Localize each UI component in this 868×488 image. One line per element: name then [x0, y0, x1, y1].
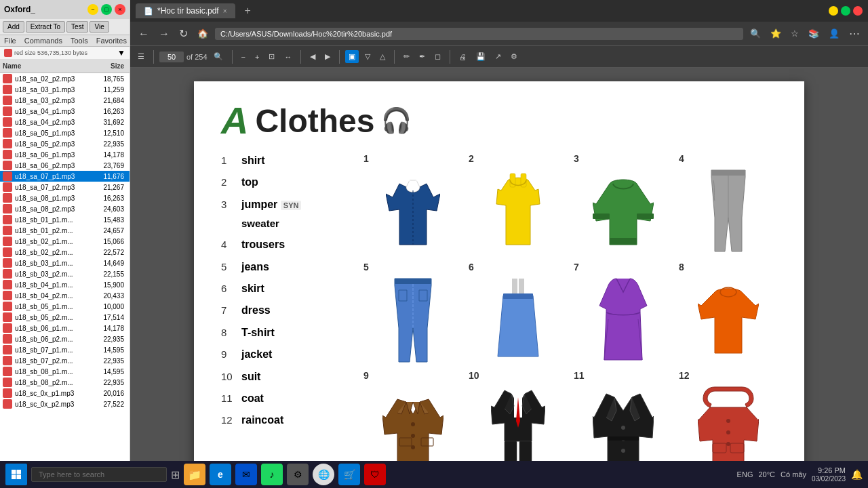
taskbar-search[interactable] — [31, 467, 167, 482]
print-button[interactable]: 🖨 — [456, 51, 470, 63]
file-list-item[interactable]: u18_sa_03_p2.mp3 21,684 — [0, 95, 130, 106]
task-view-button[interactable]: ⊞ — [171, 468, 180, 481]
file-list-item[interactable]: u18_sa_07_p1.mp3 11,676 — [0, 171, 130, 182]
menu-favorites[interactable]: Favorites — [96, 37, 127, 45]
favorites-button[interactable]: ☆ — [788, 26, 802, 41]
draw-button[interactable]: ✒ — [416, 50, 429, 63]
taskbar-app-chrome[interactable]: 🌐 — [313, 464, 334, 485]
taskbar-app-music[interactable]: ♪ — [261, 464, 283, 485]
taskbar-app-settings[interactable]: ⚙ — [287, 464, 309, 485]
next-page-button[interactable]: ▶ — [321, 50, 334, 63]
zoom-in-button[interactable]: + — [252, 51, 262, 63]
fit-page-button[interactable]: ⊡ — [265, 50, 278, 63]
file-list-item[interactable]: u18_sb_05_p2.m... 17,514 — [0, 312, 130, 323]
test-button[interactable]: Test — [66, 21, 88, 33]
taskbar-app-mail[interactable]: ✉ — [235, 464, 257, 485]
file-list-item[interactable]: u18_sa_04_p2.mp3 31,692 — [0, 117, 130, 127]
collections-button[interactable]: 📚 — [806, 26, 822, 41]
menu-commands[interactable]: Commands — [24, 37, 62, 45]
maximize-button[interactable]: □ — [101, 4, 112, 15]
file-list-item[interactable]: u18_sb_07_p2.m... 22,935 — [0, 355, 130, 366]
dropdown-icon[interactable]: ▼ — [117, 48, 125, 58]
file-list-item[interactable]: u18_sb_04_p2.m... 20,433 — [0, 290, 130, 301]
word-list-item: 8T-shirt — [221, 325, 357, 340]
address-bar[interactable] — [215, 28, 743, 40]
file-list-item[interactable]: u18_sb_07_p1.m... 14,595 — [0, 344, 130, 355]
taskbar-app-edge[interactable]: e — [210, 464, 231, 485]
file-name: u18_sb_06_p2.m... — [15, 336, 93, 343]
minimize-button[interactable]: − — [87, 4, 98, 15]
toggle-sidebar-button[interactable]: ☰ — [134, 50, 148, 63]
file-list-item[interactable]: u18_sc_0x_p1.mp3 20,016 — [0, 388, 130, 399]
file-list-item[interactable]: u18_sb_02_p2.m... 22,572 — [0, 247, 130, 258]
settings-button[interactable]: ⚙ — [507, 50, 521, 63]
pdf-tab-add[interactable]: + — [241, 5, 255, 17]
back-button[interactable]: ← — [136, 25, 152, 43]
file-list-item[interactable]: u18_sb_01_p1.m... 15,483 — [0, 214, 130, 225]
file-list-item[interactable]: u18_sb_08_p2.m... 22,935 — [0, 377, 130, 388]
word-text: jeans — [241, 260, 269, 274]
file-list-item[interactable]: u18_sb_08_p1.m... 14,595 — [0, 366, 130, 377]
file-icon — [3, 74, 12, 83]
file-list-item[interactable]: u18_sa_02_p2.mp3 18,765 — [0, 73, 130, 84]
profile-button[interactable]: 👤 — [826, 26, 842, 41]
prev-page-button[interactable]: ◀ — [307, 50, 319, 63]
file-list-item[interactable]: u18_sb_05_p1.m... 10,000 — [0, 301, 130, 312]
bookmark-button[interactable]: ⭐ — [768, 26, 784, 41]
taskbar-app-explorer[interactable]: 📁 — [184, 464, 205, 485]
menu-tools[interactable]: Tools — [71, 37, 88, 45]
add-button[interactable]: Add — [3, 21, 24, 33]
file-list-item[interactable]: u18_sa_08_p1.mp3 16,263 — [0, 192, 130, 203]
share-button[interactable]: ↗ — [492, 50, 505, 63]
filter2-button[interactable]: △ — [376, 50, 389, 63]
pdf-close-button[interactable] — [853, 6, 863, 16]
file-list-item[interactable]: u18_sa_08_p2.mp3 24,603 — [0, 203, 130, 214]
filter-button[interactable]: ▽ — [361, 50, 374, 63]
file-list-item[interactable]: u18_sb_02_p1.m... 15,066 — [0, 236, 130, 247]
home-button[interactable]: 🏠 — [195, 26, 211, 41]
pdf-tab[interactable]: 📄 *Hoc tir basic.pdf × — [136, 3, 235, 18]
close-button[interactable]: × — [115, 4, 125, 15]
file-list-item[interactable]: u18_sb_03_p1.m... 14,649 — [0, 258, 130, 268]
zoom-in-toolbar[interactable]: 🔍 — [747, 26, 764, 41]
page-number-input[interactable] — [159, 52, 184, 62]
file-list-item[interactable]: u18_sb_01_p2.m... 24,657 — [0, 225, 130, 236]
file-list-item[interactable]: u18_sa_07_p2.mp3 21,267 — [0, 182, 130, 192]
single-page-button[interactable]: ▣ — [345, 50, 359, 63]
word-number: 12 — [221, 413, 237, 427]
file-list-item[interactable]: u18_sa_06_p1.mp3 14,178 — [0, 149, 130, 160]
menu-file[interactable]: File — [4, 37, 16, 45]
view-button[interactable]: Vie — [90, 21, 108, 33]
file-list-item[interactable]: u18_sa_05_p1.mp3 12,510 — [0, 127, 130, 138]
file-list-item[interactable]: u18_sa_06_p2.mp3 23,769 — [0, 160, 130, 171]
extract-button[interactable]: Extract To — [26, 21, 65, 33]
start-button[interactable] — [5, 464, 27, 485]
file-list-item[interactable]: u18_sb_03_p2.m... 22,155 — [0, 268, 130, 279]
taskbar-app-virus[interactable]: 🛡 — [364, 464, 386, 485]
file-list-item[interactable]: u18_sb_04_p1.m... 15,900 — [0, 279, 130, 290]
pdf-maximize-button[interactable] — [841, 6, 850, 16]
zoom-out-button[interactable]: − — [238, 51, 249, 63]
file-size: 14,595 — [93, 346, 127, 354]
file-list-item[interactable]: u18_sb_06_p2.m... 22,935 — [0, 333, 130, 344]
file-name: u18_sb_08_p1.m... — [15, 368, 93, 375]
notifications-button[interactable]: 🔔 — [851, 469, 863, 480]
erase-button[interactable]: ◻ — [431, 50, 444, 63]
file-list-item[interactable]: u18_sc_0x_p2.mp3 27,522 — [0, 399, 130, 409]
file-list-item[interactable]: u18_sa_03_p1.mp3 11,259 — [0, 84, 130, 95]
highlight-button[interactable]: ✏ — [400, 50, 413, 63]
save-button[interactable]: 💾 — [473, 50, 489, 63]
file-list-item[interactable]: u18_sa_05_p2.mp3 22,935 — [0, 138, 130, 149]
file-list-item[interactable]: u18_sa_04_p1.mp3 16,263 — [0, 106, 130, 117]
file-list-item[interactable]: u18_sb_06_p1.m... 14,178 — [0, 323, 130, 333]
more-button[interactable]: ⋯ — [846, 24, 863, 43]
file-name: u18_sa_03_p1.mp3 — [15, 86, 93, 94]
search-button[interactable]: 🔍 — [210, 50, 226, 63]
fit-width-button[interactable]: ↔ — [281, 51, 295, 63]
reload-button[interactable]: ↻ — [176, 24, 191, 43]
pdf-tab-close[interactable]: × — [223, 7, 227, 15]
clothing-item-1: 1 — [363, 153, 462, 255]
taskbar-app-store[interactable]: 🛒 — [338, 464, 360, 485]
pdf-minimize-button[interactable] — [829, 6, 838, 16]
forward-button[interactable]: → — [156, 25, 172, 43]
